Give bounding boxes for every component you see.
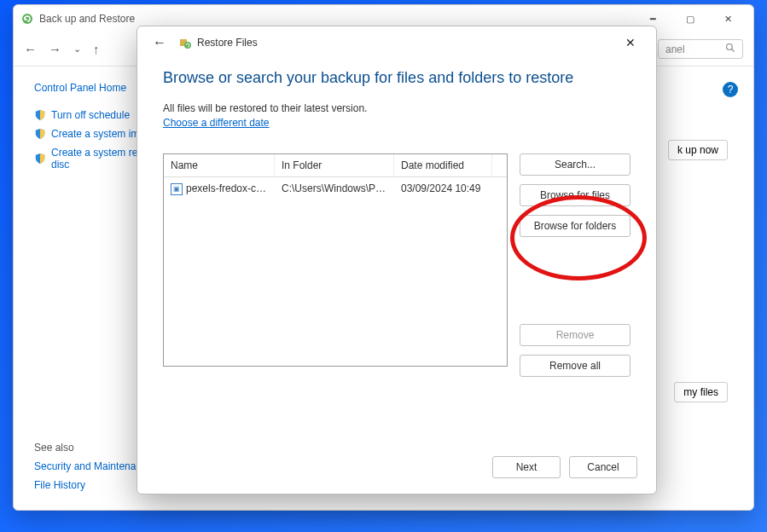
close-icon[interactable]: ✕ xyxy=(613,30,648,55)
shield-icon xyxy=(34,128,46,140)
file-table[interactable]: Name In Folder Date modified ▣pexels-fre… xyxy=(163,153,508,367)
maximize-button[interactable]: ▢ xyxy=(671,7,709,31)
sidebar-item-label: Turn off schedule xyxy=(51,109,130,121)
svg-point-4 xyxy=(184,42,191,49)
search-placeholder: anel xyxy=(665,43,685,55)
next-button[interactable]: Next xyxy=(492,456,561,478)
see-also-link-security[interactable]: Security and Maintenance xyxy=(34,460,153,472)
side-button-column: Search... Browse for files Browse for fo… xyxy=(520,153,630,377)
svg-point-0 xyxy=(22,14,32,24)
table-row[interactable]: ▣pexels-fredox-ca... C:\Users\Windows\Pi… xyxy=(164,177,507,200)
browse-files-button[interactable]: Browse for files xyxy=(520,184,630,206)
shield-icon xyxy=(34,109,46,121)
nav-up-icon[interactable]: ↑ xyxy=(93,42,100,56)
table-header: Name In Folder Date modified xyxy=(164,154,507,177)
cell-folder: C:\Users\Windows\Pic... xyxy=(275,177,394,200)
shield-icon xyxy=(34,153,46,165)
choose-date-link[interactable]: Choose a different date xyxy=(163,117,270,129)
svg-line-2 xyxy=(732,49,735,52)
bg-window-title: Back up and Restore xyxy=(39,13,135,25)
remove-button[interactable]: Remove xyxy=(520,324,630,346)
modal-title: Restore Files xyxy=(197,37,258,49)
image-file-icon: ▣ xyxy=(171,183,183,195)
col-header-name[interactable]: Name xyxy=(164,154,275,176)
search-input[interactable]: anel xyxy=(658,39,743,59)
backup-now-button[interactable]: k up now xyxy=(668,140,728,160)
search-button[interactable]: Search... xyxy=(520,153,630,176)
col-header-date[interactable]: Date modified xyxy=(394,154,492,176)
backup-icon xyxy=(20,12,34,26)
nav-back-icon[interactable]: ← xyxy=(24,42,37,56)
modal-heading: Browse or search your backup for files a… xyxy=(163,69,630,87)
col-header-folder[interactable]: In Folder xyxy=(275,154,394,176)
cell-date: 03/09/2024 10:49 xyxy=(394,177,492,200)
remove-all-button[interactable]: Remove all xyxy=(520,355,630,377)
restore-my-files-button[interactable]: my files xyxy=(674,382,728,402)
chevron-down-icon[interactable]: ⌄ xyxy=(73,43,81,55)
restore-files-dialog: ← Restore Files ✕ Browse or search your … xyxy=(137,26,657,494)
cell-name: pexels-fredox-ca... xyxy=(186,182,270,194)
modal-titlebar: ← Restore Files ✕ xyxy=(137,26,656,59)
close-bg-button[interactable]: ✕ xyxy=(709,7,747,31)
help-icon[interactable]: ? xyxy=(723,82,738,97)
see-also-section: See also Security and Maintenance File H… xyxy=(34,435,153,491)
search-icon xyxy=(725,43,735,55)
see-also-link-history[interactable]: File History xyxy=(34,479,153,491)
restore-icon xyxy=(178,36,192,49)
modal-subtitle: All files will be restored to their late… xyxy=(163,102,630,114)
svg-point-1 xyxy=(727,44,733,50)
see-also-header: See also xyxy=(34,442,153,454)
nav-forward-icon[interactable]: → xyxy=(49,42,61,56)
cancel-button[interactable]: Cancel xyxy=(569,456,637,478)
modal-back-icon[interactable]: ← xyxy=(146,32,173,54)
browse-folders-button[interactable]: Browse for folders xyxy=(520,215,630,237)
modal-footer: Next Cancel xyxy=(137,444,656,494)
